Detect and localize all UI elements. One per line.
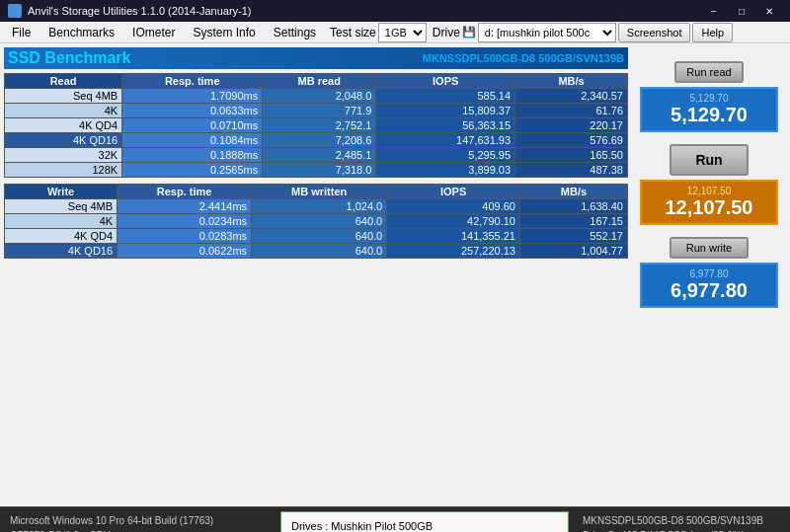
write-table: Write Resp. time MB written IOPS MB/s Se… <box>4 184 628 259</box>
cell-mb: 771.9 <box>263 104 376 118</box>
sys-line-1: Microsoft Windows 10 Pro 64-bit Build (1… <box>10 513 267 528</box>
cell-iops: 257,220.13 <box>387 244 520 259</box>
run-write-button[interactable]: Run write <box>670 237 749 259</box>
cell-test: 4K <box>5 104 122 118</box>
main-content: SSD Benchmark MKNSSDPL500GB-D8 500GB/SVN… <box>0 43 790 506</box>
help-button[interactable]: Help <box>692 23 733 42</box>
cell-mbs: 1,638.40 <box>519 199 627 214</box>
cell-mbs: 2,340.57 <box>515 89 628 104</box>
drive-select[interactable]: d: [mushkin pilot 500c <box>478 23 616 42</box>
cell-resp: 2.4414ms <box>118 199 252 214</box>
app-icon <box>8 4 22 18</box>
drive-model: MKNSSDPL500GB-D8 500GB/SVN139B <box>583 513 780 528</box>
cell-resp: 0.0283ms <box>118 229 252 244</box>
run-read-button[interactable]: Run read <box>674 61 744 83</box>
read-col-mb: MB read <box>263 74 376 89</box>
write-score-big: 6,977.80 <box>650 279 768 302</box>
cell-test: 4K QD16 <box>5 133 122 148</box>
cell-resp: 0.0633ms <box>122 104 263 118</box>
total-score-box: 12,107.50 12,107.50 <box>640 180 778 225</box>
ssd-header: SSD Benchmark MKNSSDPL500GB-D8 500GB/SVN… <box>4 47 628 69</box>
close-button[interactable]: ✕ <box>756 2 782 20</box>
cell-mb: 7,208.6 <box>263 133 376 148</box>
table-row: 4K 0.0234ms 640.0 42,790.10 167.15 <box>5 214 628 229</box>
cell-mbs: 552.17 <box>519 229 627 244</box>
read-col-resp: Resp. time <box>122 74 263 89</box>
cell-iops: 141,355.21 <box>387 229 520 244</box>
left-panel: SSD Benchmark MKNSSDPL500GB-D8 500GB/SVN… <box>0 43 632 506</box>
cell-test: 4K QD4 <box>5 229 118 244</box>
drive-icon: 💾 <box>462 26 476 38</box>
screenshot-button[interactable]: Screenshot <box>618 23 691 42</box>
title-bar: Anvil's Storage Utilities 1.1.0 (2014-Ja… <box>0 0 790 22</box>
drives-info-panel: Drives : Mushkin Pilot 500GB Notes : 75%… <box>280 511 569 532</box>
menu-system-info[interactable]: System Info <box>185 24 263 41</box>
cell-iops: 147,631.93 <box>376 133 515 148</box>
cell-resp: 0.0234ms <box>118 214 252 229</box>
drive-label: Drive <box>433 26 460 39</box>
cell-iops: 15,809.37 <box>376 104 515 118</box>
cell-test: 4K QD4 <box>5 118 122 133</box>
write-col-iops: IOPS <box>387 185 520 199</box>
table-row: 4K QD16 0.0622ms 640.0 257,220.13 1,004.… <box>5 244 628 259</box>
menu-bar: File Benchmarks IOmeter System Info Sett… <box>0 22 790 43</box>
total-score-small: 12,107.50 <box>650 186 768 196</box>
write-header-row: Write Resp. time MB written IOPS MB/s <box>5 185 628 199</box>
cell-iops: 56,363.15 <box>376 118 515 133</box>
cell-mbs: 1,004.77 <box>519 244 627 259</box>
cell-mb: 640.0 <box>252 244 387 259</box>
write-col-mbs: MB/s <box>519 185 627 199</box>
total-score-big: 12,107.50 <box>650 196 768 219</box>
ssd-benchmark-title: SSD Benchmark <box>8 49 131 67</box>
read-col-mbs: MB/s <box>515 74 628 89</box>
menu-iometer[interactable]: IOmeter <box>124 24 183 41</box>
cell-test: 4K <box>5 214 118 229</box>
cell-iops: 42,790.10 <box>387 214 520 229</box>
read-header-row: Read Resp. time MB read IOPS MB/s <box>5 74 628 89</box>
test-size-label: Test size <box>330 26 376 39</box>
menu-settings[interactable]: Settings <box>266 24 324 41</box>
cell-test: 4K QD16 <box>5 244 118 259</box>
ssd-model: MKNSSDPL500GB-D8 500GB/SVN139B <box>423 52 624 64</box>
cell-test: Seq 4MB <box>5 89 122 104</box>
cell-iops: 409.60 <box>387 199 520 214</box>
test-size-select[interactable]: 1GB2GB4GB <box>378 23 427 42</box>
bottom-bar: Microsoft Windows 10 Pro 64-bit Build (1… <box>0 506 790 532</box>
table-row: Seq 4MB 1.7090ms 2,048.0 585.14 2,340.57 <box>5 89 628 104</box>
cell-iops: 5,295.95 <box>376 148 515 163</box>
cell-iops: 3,899.03 <box>376 163 515 178</box>
table-row: Seq 4MB 2.4414ms 1,024.0 409.60 1,638.40 <box>5 199 628 214</box>
cell-iops: 585.14 <box>376 89 515 104</box>
read-col-iops: IOPS <box>376 74 515 89</box>
menu-file[interactable]: File <box>4 24 39 41</box>
write-col-label: Write <box>5 185 118 199</box>
maximize-button[interactable]: □ <box>729 2 754 20</box>
cell-mb: 2,048.0 <box>263 89 376 104</box>
cell-mbs: 220.17 <box>515 118 628 133</box>
table-row: 4K QD4 0.0710ms 2,752.1 56,363.15 220.17 <box>5 118 628 133</box>
cell-resp: 0.2565ms <box>122 163 263 178</box>
cell-resp: 0.1084ms <box>122 133 263 148</box>
cell-mbs: 61.76 <box>515 104 628 118</box>
read-score-small: 5,129.70 <box>650 93 768 104</box>
cell-test: 128K <box>5 163 122 178</box>
table-row: 4K QD16 0.1084ms 7,208.6 147,631.93 576.… <box>5 133 628 148</box>
cell-test: 32K <box>5 148 122 163</box>
cell-resp: 0.1888ms <box>122 148 263 163</box>
run-button[interactable]: Run <box>670 144 749 176</box>
table-row: 32K 0.1888ms 2,485.1 5,295.95 165.50 <box>5 148 628 163</box>
minimize-button[interactable]: − <box>701 2 727 20</box>
menu-benchmarks[interactable]: Benchmarks <box>40 24 122 41</box>
right-panel: Run read 5,129.70 5,129.70 Run 12,107.50… <box>632 43 790 506</box>
write-col-resp: Resp. time <box>118 185 252 199</box>
window-title: Anvil's Storage Utilities 1.1.0 (2014-Ja… <box>28 5 251 17</box>
sys-line-2: C7Z270-PG/1.0c, CPU <box>10 528 267 532</box>
cell-mbs: 165.50 <box>515 148 628 163</box>
write-score-small: 6,977.80 <box>650 268 768 279</box>
system-info-panel: Microsoft Windows 10 Pro 64-bit Build (1… <box>0 507 276 532</box>
cell-mb: 1,024.0 <box>252 199 387 214</box>
table-row: 128K 0.2565ms 7,318.0 3,899.03 487.38 <box>5 163 628 178</box>
drives-line: Drives : Mushkin Pilot 500GB <box>291 518 558 532</box>
read-table: Read Resp. time MB read IOPS MB/s Seq 4M… <box>4 73 628 178</box>
drive-free: Drive D: 465.7/117.5GB free (25.2%) <box>583 528 780 532</box>
